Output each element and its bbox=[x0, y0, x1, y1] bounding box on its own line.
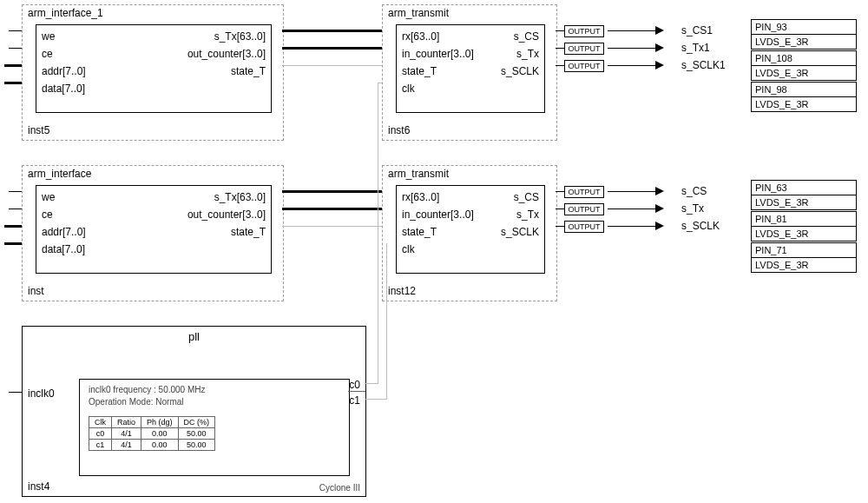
td: 0.00 bbox=[141, 428, 179, 440]
wire-bus bbox=[282, 208, 382, 210]
bus-stub bbox=[4, 82, 22, 84]
block-title: arm_transmit bbox=[388, 168, 449, 180]
arrow-body bbox=[608, 226, 655, 227]
td: 4/1 bbox=[112, 440, 141, 451]
block-title: arm_interface bbox=[28, 168, 91, 180]
port-statet: state_T bbox=[402, 226, 437, 238]
arrow-icon bbox=[655, 43, 664, 52]
wire-bus bbox=[282, 47, 382, 50]
block-arm-transmit-1: arm_transmit rx[63..0] in_counter[3..0] … bbox=[382, 4, 557, 141]
arrow-body bbox=[608, 48, 655, 49]
port-outcnt: out_counter[3..0] bbox=[187, 208, 266, 221]
port-stx: s_Tx bbox=[516, 48, 539, 60]
wire bbox=[556, 191, 564, 192]
td: 50.00 bbox=[178, 428, 215, 440]
signal-name: s_CS1 bbox=[681, 24, 713, 36]
wire bbox=[556, 30, 564, 31]
signal-name: s_SCLK1 bbox=[681, 59, 726, 71]
bus-stub bbox=[4, 64, 22, 67]
pin-std: LVDS_E_3R bbox=[752, 258, 856, 272]
stub bbox=[9, 30, 22, 31]
output-label: OUTPUT bbox=[564, 25, 604, 37]
td: c1 bbox=[89, 440, 112, 451]
wire bbox=[556, 65, 564, 66]
stub bbox=[9, 392, 22, 393]
block-pll: pll inclk0 inclk0 frequency : 50.000 MHz… bbox=[22, 326, 366, 497]
wire-bus bbox=[282, 30, 382, 32]
port-statet: state_T bbox=[402, 65, 437, 77]
wire-bus bbox=[282, 190, 382, 193]
pll-mode: Operation Mode: Normal bbox=[89, 397, 184, 407]
arrow-icon bbox=[655, 61, 664, 69]
port-c1: c1 bbox=[349, 394, 360, 407]
td: 50.00 bbox=[178, 440, 215, 451]
port-statet: state_T bbox=[231, 226, 266, 238]
wire bbox=[365, 383, 378, 384]
instance-label: inst6 bbox=[388, 124, 410, 136]
pin-name: PIN_108 bbox=[752, 51, 856, 66]
block-body: rx[63..0] in_counter[3..0] state_T clk s… bbox=[396, 24, 545, 113]
instance-label: inst bbox=[28, 285, 44, 297]
pin-name: PIN_98 bbox=[752, 83, 856, 97]
arrow-icon bbox=[655, 204, 664, 213]
port-ce: ce bbox=[42, 208, 53, 221]
port-addr: addr[7..0] bbox=[42, 65, 86, 77]
arrow-icon bbox=[655, 222, 664, 230]
pin-std: LVDS_E_3R bbox=[752, 227, 856, 241]
pin-box: PIN_63 LVDS_E_3R bbox=[751, 180, 857, 210]
wire bbox=[378, 83, 382, 83]
port-scs: s_CS bbox=[514, 191, 539, 203]
arrow-body bbox=[608, 191, 655, 192]
pin-std: LVDS_E_3R bbox=[752, 66, 856, 80]
wire bbox=[282, 226, 382, 227]
output-label: OUTPUT bbox=[564, 203, 604, 215]
pin-std: LVDS_E_3R bbox=[752, 35, 856, 49]
divider bbox=[348, 391, 365, 392]
pll-freq: inclk0 frequency : 50.000 MHz bbox=[89, 385, 206, 394]
output-label: OUTPUT bbox=[564, 186, 604, 198]
pin-box: PIN_81 LVDS_E_3R bbox=[751, 211, 857, 242]
arrow-body bbox=[608, 65, 655, 66]
port-statet: state_T bbox=[231, 65, 266, 77]
signal-name: s_CS bbox=[681, 185, 707, 197]
instance-label: inst4 bbox=[28, 480, 49, 493]
wire bbox=[378, 83, 378, 384]
th-clk: Clk bbox=[89, 417, 112, 428]
signal-name: s_Tx bbox=[681, 202, 704, 215]
pin-name: PIN_71 bbox=[752, 243, 856, 258]
wire bbox=[386, 243, 387, 400]
instance-label: inst5 bbox=[28, 124, 49, 136]
block-body: we ce addr[7..0] data[7..0] s_Tx[63..0] … bbox=[36, 24, 272, 113]
pin-box: PIN_93 LVDS_E_3R bbox=[751, 19, 857, 50]
port-stx: s_Tx[63..0] bbox=[214, 191, 266, 203]
port-we: we bbox=[42, 191, 55, 203]
port-data: data[7..0] bbox=[42, 243, 85, 255]
port-we: we bbox=[42, 30, 55, 43]
bus-stub bbox=[4, 242, 22, 245]
signal-name: s_SCLK bbox=[681, 220, 720, 232]
wire bbox=[556, 48, 564, 49]
arrow-icon bbox=[655, 187, 664, 195]
block-arm-interface-1: arm_interface_1 we ce addr[7..0] data[7.… bbox=[22, 4, 284, 141]
wire bbox=[282, 65, 382, 66]
pll-table: Clk Ratio Ph (dg) DC (%) c0 4/1 0.00 50.… bbox=[89, 416, 215, 451]
output-label: OUTPUT bbox=[564, 60, 604, 72]
pll-body: inclk0 frequency : 50.000 MHz Operation … bbox=[79, 379, 350, 476]
port-ssclk: s_SCLK bbox=[501, 226, 539, 238]
arrow-body bbox=[608, 208, 655, 209]
port-ce: ce bbox=[42, 48, 53, 60]
td: 4/1 bbox=[112, 428, 141, 440]
port-stx: s_Tx bbox=[516, 208, 539, 221]
th-ratio: Ratio bbox=[112, 417, 141, 428]
pin-name: PIN_81 bbox=[752, 212, 856, 227]
wire bbox=[365, 399, 386, 400]
port-stx: s_Tx[63..0] bbox=[214, 30, 266, 43]
pll-title: pll bbox=[23, 330, 365, 343]
port-clk: clk bbox=[402, 83, 415, 95]
th-ph: Ph (dg) bbox=[141, 417, 179, 428]
stub bbox=[9, 191, 22, 192]
instance-label: inst12 bbox=[388, 285, 416, 297]
pin-name: PIN_93 bbox=[752, 20, 856, 35]
pin-box: PIN_98 LVDS_E_3R bbox=[751, 82, 857, 112]
block-arm-interface: arm_interface we ce addr[7..0] data[7..0… bbox=[22, 165, 284, 301]
